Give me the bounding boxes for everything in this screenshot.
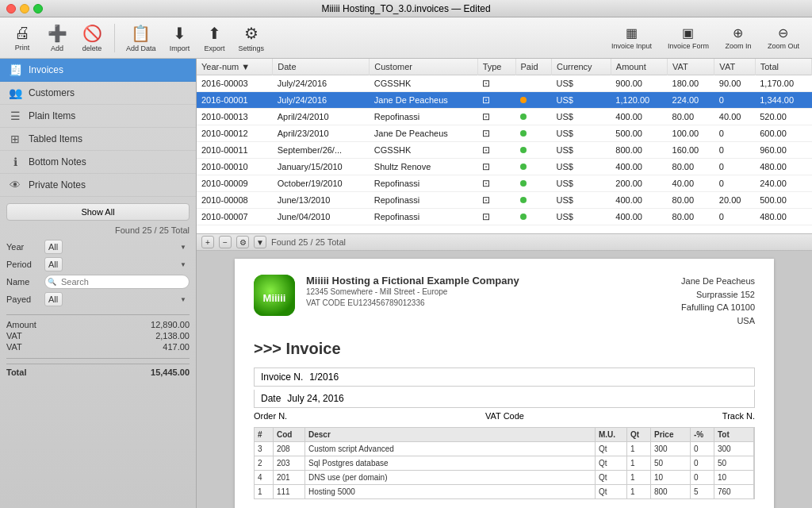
cell-customer: Shultz Renove <box>370 159 477 175</box>
col-year-num[interactable]: Year-num ▼ <box>197 59 273 75</box>
col-vat2[interactable]: VAT <box>714 59 755 75</box>
table-row[interactable]: 2016-00001 July/24/2016 Jane De Peacheus… <box>197 92 812 109</box>
cell-paid <box>515 92 552 109</box>
table-row[interactable]: 2010-00009 October/19/2010 Repofinassi ⊡… <box>197 175 812 192</box>
col-date[interactable]: Date <box>273 59 370 75</box>
export-icon: ⬆ <box>208 24 221 43</box>
table-body: 2016-00003 July/24/2016 CGSSHK ⊡ US$ 900… <box>197 75 812 225</box>
sidebar-item-tabled-items[interactable]: ⊞ Tabled Items <box>0 128 196 151</box>
invoice-line-item: 4 201 DNS use (per domain) Qt 1 10 0 10 <box>254 471 755 485</box>
invoice-input-button[interactable]: ▦ Invoice Input <box>605 22 658 53</box>
li-descr: DNS use (per domain) <box>305 471 596 484</box>
li-price: 50 <box>651 456 691 470</box>
sidebar-item-private-notes[interactable]: 👁 Private Notes <box>0 174 196 197</box>
cell-vat2: 0 <box>714 142 755 159</box>
add-data-button[interactable]: 📋 Add Data <box>121 21 161 56</box>
export-button[interactable]: ⬆ Export <box>199 21 231 56</box>
invoice-date-value: July 24, 2016 <box>287 393 343 404</box>
zoom-out-button[interactable]: ⊖ Zoom Out <box>761 22 806 53</box>
minimize-button[interactable] <box>20 4 29 13</box>
invoice-input-icon: ▦ <box>626 25 638 40</box>
table-row[interactable]: 2010-00011 September/26/... CGSSHK ⊡ US$… <box>197 142 812 159</box>
sidebar-item-plain-items[interactable]: ☰ Plain Items <box>0 105 196 128</box>
col-total[interactable]: Total <box>755 59 811 75</box>
gh-descr: Descr <box>305 428 596 441</box>
li-descr: Sql Postgres database <box>305 456 596 470</box>
cell-date: April/23/2010 <box>273 125 370 142</box>
payed-filter-label: Payed <box>6 294 41 304</box>
name-filter-row: Name <box>6 275 190 289</box>
invoice-number-row: Invoice N. 1/2016 <box>254 368 755 387</box>
zoom-out-icon: ⊖ <box>778 25 788 40</box>
invoice-n-label: Invoice N. <box>261 371 303 383</box>
li-qt: 1 <box>627 485 651 498</box>
print-button[interactable]: 🖨 Print <box>6 21 38 55</box>
expand-row-button[interactable]: ▼ <box>254 236 266 248</box>
vat2-label: VAT <box>6 342 22 352</box>
zoom-in-button[interactable]: ⊕ Zoom In <box>718 22 758 53</box>
col-type[interactable]: Type <box>477 59 515 75</box>
plain-items-icon: ☰ <box>8 110 22 122</box>
li-disc: 0 <box>691 456 714 470</box>
table-row[interactable]: 2010-00008 June/13/2010 Repofinassi ⊡ US… <box>197 192 812 209</box>
cell-date: July/24/2016 <box>273 92 370 109</box>
cell-vat2: 0 <box>714 175 755 192</box>
li-price: 800 <box>651 485 691 498</box>
col-amount[interactable]: Amount <box>611 59 667 75</box>
show-all-button[interactable]: Show All <box>6 203 190 221</box>
private-notes-icon: 👁 <box>8 179 22 191</box>
table-row[interactable]: 2010-00007 June/04/2010 Repofinassi ⊡ US… <box>197 209 812 225</box>
delete-button[interactable]: 🚫 delete <box>76 21 108 56</box>
table-row[interactable]: 2010-00010 January/15/2010 Shultz Renove… <box>197 159 812 175</box>
li-descr: Hosting 5000 <box>305 485 596 498</box>
settings-button[interactable]: ⚙ Settings <box>234 21 270 56</box>
col-currency[interactable]: Currency <box>552 59 611 75</box>
table-row[interactable]: 2010-00013 April/24/2010 Repofinassi ⊡ U… <box>197 109 812 125</box>
fullscreen-button[interactable] <box>33 4 43 13</box>
cell-paid <box>515 125 552 142</box>
li-cod: 203 <box>274 456 305 470</box>
invoice-line-item: 1 111 Hosting 5000 Qt 1 800 5 760 <box>254 485 755 499</box>
sidebar-item-customers[interactable]: 👥 Customers <box>0 82 196 105</box>
li-descr: Custom script Advanced <box>305 442 596 456</box>
zoom-in-icon: ⊕ <box>733 25 743 40</box>
sidebar-item-invoices[interactable]: 🧾 Invoices <box>0 59 196 82</box>
li-mu: Qt <box>596 456 627 470</box>
payed-filter-select[interactable]: All <box>44 292 63 306</box>
amount-value: 12,890.00 <box>151 320 190 329</box>
table-row[interactable]: 2016-00003 July/24/2016 CGSSHK ⊡ US$ 900… <box>197 75 812 92</box>
cell-year-num: 2010-00009 <box>197 175 273 192</box>
cell-amount: 400.00 <box>611 192 667 209</box>
invoice-panel: Miiiii Miiiii Hosting a Fictional Exampl… <box>197 251 812 508</box>
li-cod: 208 <box>274 442 305 456</box>
cell-currency: US$ <box>552 125 611 142</box>
year-filter-select[interactable]: All <box>44 240 63 254</box>
cell-date: July/24/2016 <box>273 75 370 92</box>
period-filter-select[interactable]: All <box>44 257 63 271</box>
add-row-button[interactable]: + <box>201 236 214 248</box>
name-search-input[interactable] <box>44 275 190 289</box>
add-button[interactable]: ➕ Add <box>41 21 73 56</box>
sidebar-item-bottom-notes[interactable]: ℹ Bottom Notes <box>0 151 196 174</box>
remove-row-button[interactable]: − <box>219 236 232 248</box>
content-area: Year-num ▼ Date Customer Type Paid Curre… <box>197 59 812 508</box>
cell-vat1: 80.00 <box>668 209 714 225</box>
invoice-form-button[interactable]: ▣ Invoice Form <box>661 22 715 53</box>
cell-total: 500.00 <box>755 192 811 209</box>
col-paid[interactable]: Paid <box>515 59 552 75</box>
col-customer[interactable]: Customer <box>370 59 477 75</box>
tabled-items-icon: ⊞ <box>8 133 22 145</box>
import-button[interactable]: ⬇ Import <box>164 21 196 56</box>
cell-amount: 400.00 <box>611 109 667 125</box>
toolbar: 🖨 Print ➕ Add 🚫 delete 📋 Add Data ⬇ Impo… <box>0 17 812 59</box>
close-button[interactable] <box>6 4 16 13</box>
cell-date: April/24/2010 <box>273 109 370 125</box>
table-row[interactable]: 2010-00012 April/23/2010 Jane De Peacheu… <box>197 125 812 142</box>
cell-amount: 400.00 <box>611 209 667 225</box>
vat-code-label: VAT Code <box>485 411 524 421</box>
col-vat1[interactable]: VAT <box>668 59 714 75</box>
settings-row-button[interactable]: ⚙ <box>236 236 249 248</box>
vat1-total-row: VAT 2,138.00 <box>6 331 190 341</box>
cell-vat1: 224.00 <box>668 92 714 109</box>
table-found-label: Found 25 / 25 Total <box>271 237 346 247</box>
